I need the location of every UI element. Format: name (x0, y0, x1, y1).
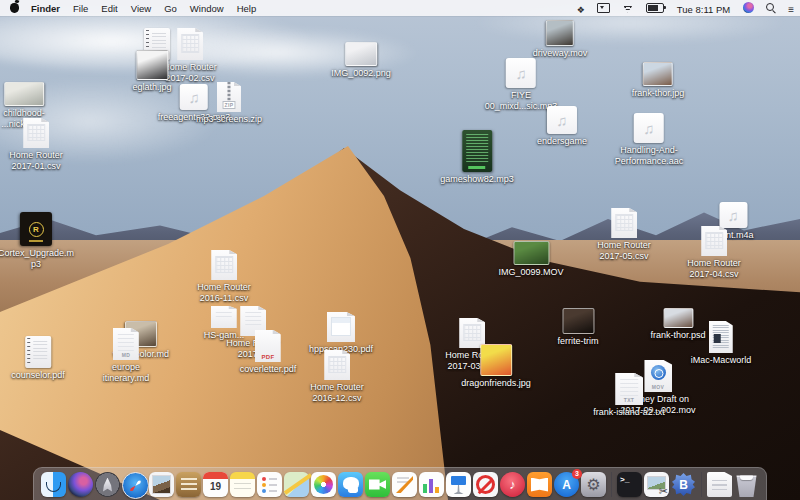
desktop-icon-imac-macworld[interactable]: iMac-Macworld (691, 321, 752, 366)
battery-icon[interactable] (646, 3, 664, 13)
dock-item-launchpad[interactable] (95, 472, 120, 497)
dock-item-docfile[interactable] (707, 472, 732, 497)
desktop-icon-home-router-2017-05-csv[interactable]: Home Router2017-05.csv (597, 208, 651, 262)
dock-item-mail[interactable] (149, 472, 174, 497)
dock-item-contacts[interactable] (176, 472, 201, 497)
dock-item-trash[interactable] (734, 472, 759, 497)
dock-item-grab[interactable]: ✂ (644, 472, 669, 497)
docfile-icon (707, 472, 732, 497)
magazine-file-icon (709, 321, 733, 353)
dock-item-sysprefs[interactable]: ⚙ (581, 472, 606, 497)
messages-icon (338, 472, 363, 497)
csv-file-icon (211, 250, 237, 280)
menu-file[interactable]: File (73, 3, 88, 14)
desktop-icon-hppscan230-pdf[interactable]: hppscan230.pdf (309, 312, 373, 355)
dock-item-selfcontrol[interactable] (473, 472, 498, 497)
siri-icon[interactable] (743, 2, 754, 13)
dock-item-appstore[interactable]: A3 (554, 472, 579, 497)
reminders-icon (257, 472, 282, 497)
dock-item-messages[interactable] (338, 472, 363, 497)
dock-item-pages[interactable] (392, 472, 417, 497)
desktop-icon-frank-thor-jpg[interactable]: frank-thor.jpg (632, 62, 685, 99)
dock-item-terminal[interactable]: >_ (617, 472, 642, 497)
selfcontrol-icon (473, 472, 498, 497)
desktop-icon-europe-itinerary-md[interactable]: MDeuropeitinerary.md (103, 328, 149, 384)
desktop-icon-label: Home Router2017-04.csv (687, 258, 741, 280)
wifi-icon[interactable] (622, 4, 634, 13)
desktop-icon-dragonfriends-jpg[interactable]: dragonfriends.jpg (461, 344, 531, 389)
desktop-icon-home-router-2017-01-csv[interactable]: Home Router2017-01.csv (9, 118, 63, 172)
desktop-icon-home-router-2016-11-csv[interactable]: Home Router2016-11.csv (197, 250, 251, 304)
desktop-icon-ferrite-trim[interactable]: ferrite-trim (558, 308, 599, 347)
filetype-tag: ZIP (223, 101, 236, 109)
notification-center-icon[interactable]: ≡ (788, 4, 794, 15)
music-note-glyph: ♫ (515, 66, 526, 81)
notebook-file-icon (25, 336, 51, 368)
finder-icon (41, 472, 66, 497)
dock-item-reminders[interactable] (257, 472, 282, 497)
dock-item-itunes[interactable]: ♪ (500, 472, 525, 497)
dock-item-maps[interactable] (284, 472, 309, 497)
desktop-icon-img-0099-mov[interactable]: IMG_0099.MOV (498, 241, 563, 278)
csv-file-icon (23, 118, 49, 148)
desktop-icon-label: counselor.pdf (11, 370, 65, 381)
appstore-glyph: A (562, 479, 571, 491)
image-file-icon (480, 344, 512, 376)
photos-icon (311, 472, 336, 497)
trash-icon (734, 472, 759, 497)
menu-window[interactable]: Window (190, 3, 224, 14)
apple-menu-icon[interactable] (10, 3, 19, 13)
desktop-icon-mp3-screens-zip[interactable]: ZIPmp3-screens.zip (196, 82, 262, 125)
desktop-icon-counselor-pdf[interactable]: counselor.pdf (11, 336, 65, 381)
safari-icon (122, 472, 149, 499)
desktop-icon-label: IMG_0092.png (331, 68, 391, 79)
dock-item-photos[interactable] (311, 472, 336, 497)
desktop-icon-handling-and-performance-aac[interactable]: ♫Handling-And-Performance.aac (615, 113, 684, 167)
desktop-icon-label: Home Router2017-05.csv (597, 240, 651, 262)
active-app-name[interactable]: Finder (31, 3, 60, 14)
desktop-icon-home-router-2017-04-csv[interactable]: Home Router2017-04.csv (687, 226, 741, 280)
image-file-icon (345, 42, 377, 66)
desktop-icon-home-router-2016-12-csv[interactable]: Home Router2016-12.csv (310, 350, 364, 404)
airplay-display-icon[interactable] (597, 3, 610, 13)
mail-icon (149, 472, 174, 497)
video-file-icon (546, 20, 574, 46)
menu-view[interactable]: View (131, 3, 151, 14)
dock-item-numbers[interactable] (419, 472, 444, 497)
desktop-icon-frank-island-a2-txt[interactable]: TXTfrank-island-a2.txt (593, 373, 665, 418)
menu-help[interactable]: Help (237, 3, 257, 14)
grab-glyph: ✂ (659, 486, 668, 497)
dock-item-siri[interactable] (68, 472, 93, 497)
dock-item-facetime[interactable] (365, 472, 390, 497)
desktop-icon-cortex-upgrade-mp3[interactable]: RCortex_Upgrade.mp3 (0, 212, 74, 270)
music-note-glyph: ♫ (556, 113, 567, 128)
dropbox-icon[interactable]: ❖ (577, 5, 585, 15)
dock-item-finder[interactable] (41, 472, 66, 497)
menu-items: FileEditViewGoWindowHelp (73, 3, 269, 14)
menu-edit[interactable]: Edit (101, 3, 117, 14)
desktop-icon-driveway-mov[interactable]: driveway.mov (533, 20, 587, 59)
menu-go[interactable]: Go (164, 3, 177, 14)
dock-item-calendar[interactable]: 19 (203, 472, 228, 497)
desktop-icon-area: childhood-...nicks.pngHome Router2017-01… (0, 0, 800, 500)
maps-icon (284, 472, 309, 497)
dock-item-bbedit[interactable]: B (671, 472, 696, 497)
dock-item-notes[interactable] (230, 472, 255, 497)
desktop-icon-fiye-mp3[interactable]: ♫FIYE00_mixd...sic.mp3 (485, 58, 558, 112)
dock-item-ibooks[interactable] (527, 472, 552, 497)
itunes-icon: ♪ (500, 472, 525, 497)
audio-file-icon: ♫ (719, 202, 747, 228)
dock-item-safari[interactable] (122, 472, 147, 497)
notes-icon (230, 472, 255, 497)
desktop-icon-endersgame[interactable]: ♫endersgame (537, 106, 587, 147)
dock-item-keynote[interactable] (446, 472, 471, 497)
desktop-icon-gameshow82-mp3[interactable]: gameshow82.mp3 (440, 130, 514, 185)
ibooks-icon (527, 472, 552, 497)
desktop-icon-coverletter-pdf[interactable]: PDFcoverletter.pdf (240, 330, 297, 375)
desktop-icon-label: Home Router2016-11.csv (197, 282, 251, 304)
contacts-icon (176, 472, 201, 497)
menu-clock[interactable]: Tue 8:11 PM (677, 4, 730, 15)
desktop-icon-img-0092-png[interactable]: IMG_0092.png (331, 42, 391, 79)
calendar-icon: 19 (203, 472, 228, 497)
spotlight-icon[interactable] (766, 3, 776, 13)
